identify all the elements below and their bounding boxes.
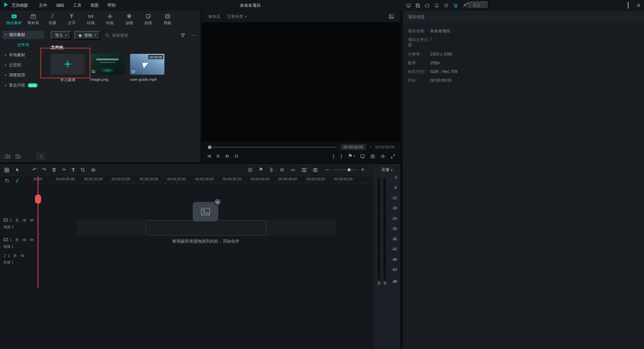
audio-mixer-icon[interactable] (280, 167, 285, 172)
play-button[interactable] (216, 154, 221, 159)
record-button[interactable]: ◉ 录制 ▾ (74, 31, 100, 40)
lock-icon[interactable] (15, 218, 19, 222)
mute-icon[interactable] (20, 253, 25, 258)
volume-meter-toggle[interactable]: 音量 ▴ (374, 164, 400, 173)
timeline-ruler[interactable]: 00:00 00:00:05:00 00:00:10:00 00:00:15:0… (38, 176, 374, 183)
fullscreen-icon[interactable] (390, 154, 395, 159)
tab-stickers[interactable]: 贴纸 (140, 13, 157, 26)
menu-view[interactable]: 视图 (86, 3, 103, 8)
menu-edit[interactable]: 编辑 (52, 3, 69, 8)
mark-in-icon[interactable]: { (332, 154, 335, 159)
zoom-out-icon[interactable]: − (325, 167, 330, 172)
tab-transitions[interactable]: 转场 (82, 13, 99, 26)
quality-dropdown[interactable]: 完整画质 ▾ (227, 14, 247, 20)
screen-record-icon[interactable] (301, 167, 307, 173)
menu-tools[interactable]: 工具 (69, 3, 86, 8)
track-header-audio-1[interactable]: ♪ 1 音频 1 (3, 253, 36, 265)
display-settings-icon[interactable] (406, 3, 411, 8)
import-button[interactable]: 导入 ▾ (51, 31, 71, 40)
undo-icon[interactable]: ↶ (32, 167, 37, 172)
account-icon[interactable] (462, 3, 468, 8)
delete-icon[interactable] (52, 167, 57, 172)
lock-icon[interactable] (13, 253, 17, 258)
split-scissors-icon[interactable]: ✂ (62, 167, 66, 172)
tab-effects[interactable]: 特效 (101, 13, 119, 26)
cloud-sync-icon[interactable] (425, 3, 430, 8)
zoom-in-icon[interactable]: + (361, 167, 365, 172)
tab-filters[interactable]: 滤镜 (121, 13, 138, 26)
tab-text[interactable]: T 文字 (63, 13, 80, 26)
filter-icon[interactable] (180, 33, 186, 38)
crop-icon[interactable] (80, 167, 85, 172)
fit-display-icon[interactable] (360, 154, 365, 159)
next-frame-button[interactable] (225, 154, 230, 159)
sidebar-item-project-media[interactable]: ▾ 项目素材 (2, 31, 44, 39)
keyframe-icon[interactable] (290, 167, 296, 173)
tab-templates[interactable]: 模板 (159, 13, 176, 26)
marker-icon[interactable]: ⚑ (259, 167, 263, 172)
toolbar-divider (26, 167, 26, 173)
add-text-icon[interactable]: T (72, 168, 75, 172)
link-icon[interactable] (15, 178, 20, 183)
sidebar-item-adjustment-layer[interactable]: ▸ 调整图层 (2, 71, 44, 79)
mark-out-icon[interactable]: } (340, 154, 343, 159)
export-button[interactable]: 导出 ▾ (469, 2, 489, 9)
sidebar-item-folder[interactable]: 文件夹 (2, 41, 44, 49)
close-button[interactable] (637, 3, 641, 7)
playhead-handle[interactable] (35, 195, 41, 204)
render-preview-icon[interactable] (248, 167, 253, 173)
tab-my-media[interactable]: 我的素材 (5, 13, 23, 26)
export-frame-icon[interactable] (313, 167, 318, 173)
volume-speaker-icon[interactable] (380, 154, 385, 159)
tab-audio[interactable]: ♪ 音频 (44, 13, 61, 26)
playhead-line[interactable] (38, 177, 38, 288)
preview-mode-icon[interactable] (389, 14, 394, 19)
seek-bar[interactable] (208, 147, 336, 148)
marker-dropdown[interactable]: ⚑ ▾ (348, 153, 355, 159)
voiceover-mic-icon[interactable] (269, 167, 274, 172)
sidebar-item-cloud[interactable]: ▸ 云空间 (2, 61, 44, 69)
store-cart-icon[interactable] (453, 3, 458, 8)
quality-label: 完整画质 (227, 14, 243, 20)
track-manager-icon[interactable] (4, 167, 9, 173)
visibility-icon[interactable] (30, 238, 34, 242)
previous-frame-button[interactable] (207, 154, 212, 159)
track-header-video-1[interactable]: 1 视频 1 (3, 237, 36, 249)
timeline-zoom: − + (325, 167, 365, 172)
color-match-icon[interactable] (91, 167, 96, 173)
redo-icon[interactable]: ↷ (42, 167, 46, 172)
media-item-video[interactable]: 00:00:05 user guide.mp4 (130, 54, 164, 82)
copy-icon[interactable] (5, 178, 9, 183)
zoom-slider[interactable] (333, 170, 357, 170)
sidebar-item-compound-clip[interactable]: ▸ 复合片段 NEW (2, 81, 44, 90)
tab-stock-media[interactable]: 素材库 (25, 13, 42, 26)
snapshot-camera-icon[interactable] (370, 154, 375, 159)
delete-folder-icon[interactable] (15, 153, 21, 159)
stop-button[interactable] (234, 154, 239, 159)
tab-label: 滤镜 (125, 21, 133, 26)
timeline-dropzone[interactable] (146, 220, 266, 236)
media-item-image[interactable]: image.png (90, 54, 125, 82)
mute-icon[interactable] (22, 238, 27, 242)
mute-icon[interactable] (22, 218, 27, 222)
apps-grid-icon[interactable] (444, 3, 449, 8)
more-icon[interactable]: ⋯ (191, 33, 196, 38)
menu-file[interactable]: 文件 (34, 3, 52, 8)
select-cursor-icon[interactable] (15, 167, 20, 172)
zoom-knob[interactable] (348, 168, 351, 171)
menu-help[interactable]: 帮助 (103, 3, 120, 8)
search-input[interactable] (112, 33, 163, 38)
visibility-icon[interactable] (30, 218, 34, 222)
chevron-down-icon: ▾ (95, 34, 96, 37)
new-folder-icon[interactable] (5, 153, 10, 159)
sidebar-item-label: 复合片段 (9, 82, 25, 88)
collapse-sidebar-button[interactable]: ‹ (36, 153, 45, 160)
maximize-button[interactable] (628, 2, 629, 8)
save-icon[interactable] (415, 3, 420, 8)
import-media-card[interactable]: + 导入媒体 (51, 54, 85, 82)
lock-icon[interactable] (15, 238, 19, 242)
notifications-icon[interactable] (434, 3, 439, 8)
sidebar-item-local-media[interactable]: ▸ 本地素材 (2, 51, 44, 59)
seek-knob[interactable] (208, 145, 212, 149)
track-header-video-2[interactable]: 2 视频 2 (3, 218, 36, 230)
